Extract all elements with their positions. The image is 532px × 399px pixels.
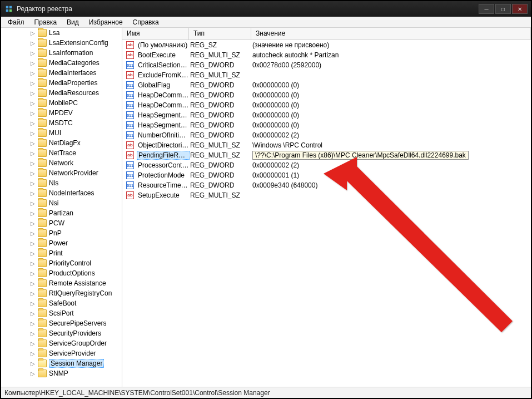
tree-item[interactable]: ▷PCW: [1, 218, 122, 228]
expand-icon[interactable]: ▷: [30, 331, 36, 336]
tree-item[interactable]: ▷MUI: [1, 128, 122, 138]
value-row[interactable]: ab(По умолчанию)REG_SZ(значение не присв…: [122, 40, 531, 50]
tree-item[interactable]: ▷NetTrace: [1, 148, 122, 158]
column-value[interactable]: Значение: [251, 28, 531, 40]
tree-item[interactable]: ▷MobilePC: [1, 98, 122, 108]
maximize-button[interactable]: □: [495, 4, 511, 14]
tree-item[interactable]: ▷Print: [1, 248, 122, 258]
tree-item[interactable]: ▷Session Manager: [1, 358, 122, 368]
tree-item[interactable]: ▷Nsi: [1, 198, 122, 208]
list-pane[interactable]: Имя Тип Значение ab(По умолчанию)REG_SZ(…: [122, 28, 531, 387]
tree-item[interactable]: ▷ServiceGroupOrder: [1, 338, 122, 348]
tree-item[interactable]: ▷MSDTC: [1, 118, 122, 128]
expand-icon[interactable]: ▷: [30, 150, 36, 156]
expand-icon[interactable]: ▷: [30, 311, 36, 316]
expand-icon[interactable]: ▷: [30, 190, 36, 196]
tree-item[interactable]: ▷Partizan: [1, 208, 122, 218]
value-row[interactable]: 011NumberOfInitial...REG_DWORD0x00000002…: [122, 130, 531, 140]
value-row[interactable]: 011ResourceTimeo...REG_DWORD0x0009e340 (…: [122, 180, 531, 190]
tree-item[interactable]: ▷ProductOptions: [1, 268, 122, 278]
value-row[interactable]: abBootExecuteREG_MULTI_SZautocheck autoc…: [122, 50, 531, 60]
tree-item[interactable]: ▷RtlQueryRegistryCon: [1, 288, 122, 298]
menu-favorites[interactable]: Избранное: [84, 17, 127, 27]
expand-icon[interactable]: ▷: [30, 260, 36, 266]
value-row[interactable]: abPendingFileRen...REG_MULTI_SZ\??\C:\Pr…: [122, 150, 531, 160]
expand-icon[interactable]: ▷: [30, 90, 36, 96]
expand-icon[interactable]: ▷: [30, 70, 36, 76]
value-row[interactable]: 011ProcessorControlREG_DWORD0x00000002 (…: [122, 160, 531, 170]
tree-item[interactable]: ▷PnP: [1, 228, 122, 238]
tree-item[interactable]: ▷ScsiPort: [1, 308, 122, 318]
menu-edit[interactable]: Правка: [30, 17, 62, 27]
tree-item[interactable]: ▷NetworkProvider: [1, 168, 122, 178]
tree-item[interactable]: ▷ServiceProvider: [1, 348, 122, 358]
tree-item[interactable]: ▷SafeBoot: [1, 298, 122, 308]
tree-item[interactable]: ▷LsaInformation: [1, 48, 122, 58]
expand-icon[interactable]: ▷: [30, 371, 36, 376]
expand-icon[interactable]: ▷: [30, 301, 36, 306]
value-row[interactable]: 011GlobalFlagREG_DWORD0x00000000 (0): [122, 80, 531, 90]
expand-icon[interactable]: ▷: [30, 210, 36, 216]
tree-item[interactable]: ▷Network: [1, 158, 122, 168]
column-type[interactable]: Тип: [189, 28, 251, 40]
folder-icon: [38, 239, 47, 247]
menu-help[interactable]: Справка: [128, 17, 163, 27]
tree-item[interactable]: ▷SecurityProviders: [1, 328, 122, 338]
expand-icon[interactable]: ▷: [30, 270, 36, 276]
expand-icon[interactable]: ▷: [30, 230, 36, 236]
tree-item[interactable]: ▷NetDiagFx: [1, 138, 122, 148]
close-button[interactable]: ✕: [512, 4, 528, 14]
value-row[interactable]: 011HeapSegmentR...REG_DWORD0x00000000 (0…: [122, 120, 531, 130]
tree-item[interactable]: ▷Remote Assistance: [1, 278, 122, 288]
tree-item[interactable]: ▷MediaInterfaces: [1, 68, 122, 78]
expand-icon[interactable]: ▷: [30, 130, 36, 136]
tree-item[interactable]: ▷SNMP: [1, 368, 122, 378]
value-row[interactable]: abSetupExecuteREG_MULTI_SZ: [122, 190, 531, 200]
expand-icon[interactable]: ▷: [30, 110, 36, 116]
value-row[interactable]: 011HeapDeCommit...REG_DWORD0x00000000 (0…: [122, 90, 531, 100]
expand-icon[interactable]: ▷: [30, 170, 36, 176]
expand-icon[interactable]: ▷: [30, 290, 36, 296]
column-name[interactable]: Имя: [122, 28, 189, 40]
value-row[interactable]: 011CriticalSectionTi...REG_DWORD0x00278d…: [122, 60, 531, 70]
tree-pane[interactable]: ▷Lsa▷LsaExtensionConfig▷LsaInformation▷M…: [1, 28, 122, 387]
value-row[interactable]: 011HeapSegmentC...REG_DWORD0x00000000 (0…: [122, 110, 531, 120]
expand-icon[interactable]: ▷: [30, 30, 36, 36]
expand-icon[interactable]: ▷: [30, 140, 36, 146]
expand-icon[interactable]: ▷: [30, 240, 36, 246]
value-row[interactable]: 011HeapDeCommit...REG_DWORD0x00000000 (0…: [122, 100, 531, 110]
menu-view[interactable]: Вид: [62, 17, 83, 27]
value-row[interactable]: abExcludeFromKn...REG_MULTI_SZ: [122, 70, 531, 80]
expand-icon[interactable]: ▷: [30, 80, 36, 86]
expand-icon[interactable]: ▷: [30, 250, 36, 256]
value-row[interactable]: 011ProtectionModeREG_DWORD0x00000001 (1): [122, 170, 531, 180]
tree-item[interactable]: ▷MPDEV: [1, 108, 122, 118]
menu-file[interactable]: Файл: [3, 17, 29, 27]
tree-item[interactable]: ▷PriorityControl: [1, 258, 122, 268]
tree-item[interactable]: ▷LsaExtensionConfig: [1, 38, 122, 48]
tree-item[interactable]: ▷MediaProperties: [1, 78, 122, 88]
expand-icon[interactable]: ▷: [30, 321, 36, 326]
expand-icon[interactable]: ▷: [30, 60, 36, 66]
expand-icon[interactable]: ▷: [30, 160, 36, 166]
tree-item[interactable]: ▷SecurePipeServers: [1, 318, 122, 328]
expand-icon[interactable]: ▷: [30, 220, 36, 226]
expand-icon[interactable]: ▷: [30, 180, 36, 186]
expand-icon[interactable]: ▷: [30, 361, 36, 366]
expand-icon[interactable]: ▷: [30, 40, 36, 46]
expand-icon[interactable]: ▷: [30, 280, 36, 286]
tree-item[interactable]: ▷MediaResources: [1, 88, 122, 98]
minimize-button[interactable]: ─: [479, 4, 494, 14]
expand-icon[interactable]: ▷: [30, 120, 36, 126]
expand-icon[interactable]: ▷: [30, 100, 36, 106]
expand-icon[interactable]: ▷: [30, 351, 36, 356]
tree-item[interactable]: ▷Lsa: [1, 28, 122, 38]
expand-icon[interactable]: ▷: [30, 200, 36, 206]
expand-icon[interactable]: ▷: [30, 341, 36, 346]
expand-icon[interactable]: ▷: [30, 50, 36, 56]
tree-item[interactable]: ▷Power: [1, 238, 122, 248]
tree-item[interactable]: ▷NodeInterfaces: [1, 188, 122, 198]
tree-item[interactable]: ▷MediaCategories: [1, 58, 122, 68]
value-row[interactable]: abObjectDirectoriesREG_MULTI_SZ\Windows …: [122, 140, 531, 150]
tree-item[interactable]: ▷Nls: [1, 178, 122, 188]
